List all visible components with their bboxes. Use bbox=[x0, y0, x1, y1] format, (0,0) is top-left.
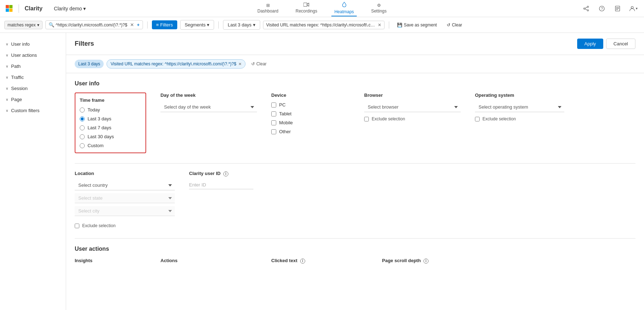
day-of-week-col: Day of the week Select day of the week M… bbox=[160, 92, 257, 153]
radio-last30days[interactable]: Last 30 days bbox=[80, 134, 141, 139]
svg-point-3 bbox=[587, 10, 589, 11]
last3days-chip[interactable]: Last 3 days bbox=[75, 60, 104, 68]
os-exclude-checkbox[interactable] bbox=[475, 117, 480, 121]
radio-today[interactable]: Today bbox=[80, 107, 141, 112]
insights-label: Insights bbox=[75, 258, 146, 263]
clarity-user-id-label: Clarity user ID i bbox=[189, 171, 296, 176]
os-select[interactable]: Select operating system Windows macOS iO… bbox=[475, 102, 564, 112]
clear-button[interactable]: ↺ Clear bbox=[443, 21, 466, 29]
device-other-label: Other bbox=[279, 129, 291, 134]
location-exclude[interactable]: Exclude selection bbox=[75, 223, 175, 228]
clarity-user-id-info-icon[interactable]: i bbox=[223, 171, 228, 176]
svg-point-2 bbox=[587, 6, 589, 8]
url-search-bar[interactable]: 🔍 ^https://clarity\.microsoft\.com/(\?.*… bbox=[45, 20, 143, 29]
radio-today-input[interactable] bbox=[80, 108, 85, 112]
page-scroll-depth-info-icon[interactable]: i bbox=[423, 259, 428, 264]
cancel-button[interactable]: Cancel bbox=[606, 39, 635, 49]
radio-last7days-input[interactable] bbox=[80, 125, 85, 130]
radio-custom[interactable]: Custom bbox=[80, 143, 141, 148]
radio-custom-label: Custom bbox=[88, 143, 104, 148]
clarity-user-id-input[interactable] bbox=[189, 181, 253, 189]
chevron-down-icon: ∨ bbox=[6, 109, 8, 112]
clicked-text-label: Clicked text i bbox=[271, 258, 368, 264]
regex-filter-tag[interactable]: matches regex ▾ bbox=[4, 21, 43, 29]
sidebar-item-user-actions[interactable]: ∨ User actions bbox=[0, 50, 66, 61]
apply-button[interactable]: Apply bbox=[577, 39, 603, 49]
segment-btn-label: Segments bbox=[185, 22, 206, 28]
page-scroll-depth-col: Page scroll depth i bbox=[382, 258, 471, 268]
help-icon[interactable]: ? bbox=[597, 4, 607, 14]
day-of-week-select[interactable]: Select day of the week Monday Tuesday We… bbox=[160, 102, 257, 112]
sidebar-item-traffic[interactable]: ∨ Traffic bbox=[0, 72, 66, 83]
browser-label: Browser bbox=[364, 92, 461, 98]
svg-line-4 bbox=[585, 7, 587, 8]
filters-panel: Filters Apply Cancel Last 3 days Visited… bbox=[66, 33, 644, 310]
chip-close-icon[interactable]: ✕ bbox=[238, 62, 242, 66]
project-selector[interactable]: Clarity demo ▾ bbox=[51, 4, 89, 13]
last3days-chevron-icon: ▾ bbox=[253, 22, 256, 28]
nav-item-settings[interactable]: ⚙ Settings bbox=[368, 1, 389, 16]
actions-col: Actions bbox=[160, 258, 257, 268]
city-select[interactable]: Select city bbox=[75, 206, 175, 216]
country-select-wrapper: Select country United States United King… bbox=[75, 180, 175, 190]
account-icon[interactable]: ▾ bbox=[628, 4, 638, 14]
svg-point-12 bbox=[631, 6, 633, 9]
segments-button[interactable]: Segments ▾ bbox=[180, 20, 214, 30]
radio-last3days-input[interactable] bbox=[80, 116, 85, 121]
device-other-checkbox[interactable] bbox=[271, 129, 276, 134]
city-select-wrapper: Select city bbox=[75, 206, 175, 216]
location-selects: Select country United States United King… bbox=[75, 180, 175, 228]
docs-icon[interactable] bbox=[613, 4, 623, 14]
clear-url-icon[interactable]: ✕ bbox=[130, 22, 134, 28]
clicked-text-col: Clicked text i bbox=[271, 258, 368, 268]
nav-item-heatmaps[interactable]: Heatmaps bbox=[332, 0, 357, 16]
nav-item-label: Settings bbox=[371, 9, 386, 14]
nav-item-recordings[interactable]: Recordings bbox=[293, 1, 320, 16]
chevron-down-icon: ∨ bbox=[6, 75, 8, 79]
radio-custom-input[interactable] bbox=[80, 143, 85, 148]
sidebar-item-path[interactable]: ∨ Path bbox=[0, 61, 66, 72]
sidebar-item-label: Custom filters bbox=[11, 108, 39, 113]
visited-url-chip[interactable]: Visited URL matches regex: ^https://clar… bbox=[106, 59, 246, 69]
device-tablet[interactable]: Tablet bbox=[271, 111, 350, 116]
device-mobile[interactable]: Mobile bbox=[271, 120, 350, 125]
add-filter-icon[interactable]: + bbox=[137, 22, 140, 28]
location-label: Location bbox=[75, 171, 175, 176]
sidebar-item-page[interactable]: ∨ Page bbox=[0, 94, 66, 105]
browser-exclude-checkbox[interactable] bbox=[364, 117, 369, 121]
os-exclude[interactable]: Exclude selection bbox=[475, 116, 564, 121]
sidebar-item-session[interactable]: ∨ Session bbox=[0, 83, 66, 94]
share-icon[interactable] bbox=[581, 4, 591, 14]
clear-all-button[interactable]: ↺ Clear bbox=[248, 60, 269, 68]
visited-url-tag[interactable]: Visited URL matches regex: ^https://clar… bbox=[263, 21, 385, 29]
nav-item-dashboard[interactable]: ⊞ Dashboard bbox=[254, 1, 281, 16]
chevron-down-icon: ∨ bbox=[6, 42, 8, 46]
last3days-button[interactable]: Last 3 days ▾ bbox=[223, 20, 260, 30]
user-actions-section-header: User actions bbox=[75, 239, 635, 258]
country-select[interactable]: Select country United States United King… bbox=[75, 180, 175, 190]
filters-button[interactable]: ≡ Filters bbox=[152, 20, 177, 29]
sidebar-item-custom-filters[interactable]: ∨ Custom filters bbox=[0, 105, 66, 116]
device-pc-checkbox[interactable] bbox=[271, 102, 276, 108]
device-pc-label: PC bbox=[279, 102, 286, 108]
visited-url-close-icon[interactable]: ✕ bbox=[378, 22, 381, 28]
filter-btn-label: Filters bbox=[160, 22, 173, 28]
device-tablet-checkbox[interactable] bbox=[271, 111, 276, 116]
browser-select[interactable]: Select browser Chrome Firefox Safari Edg… bbox=[364, 102, 461, 112]
nav-center-items: ⊞ Dashboard Recordings Heatmaps ⚙ Settin… bbox=[254, 0, 389, 16]
nav-item-label: Dashboard bbox=[257, 9, 278, 14]
save-segment-button[interactable]: 💾 Save as segment bbox=[393, 21, 441, 29]
clicked-text-info-icon[interactable]: i bbox=[300, 259, 305, 264]
device-col: Device PC Tablet Mobile bbox=[271, 92, 350, 153]
radio-last30days-input[interactable] bbox=[80, 134, 85, 139]
device-pc[interactable]: PC bbox=[271, 102, 350, 108]
radio-last7days[interactable]: Last 7 days bbox=[80, 125, 141, 130]
browser-exclude[interactable]: Exclude selection bbox=[364, 116, 461, 121]
sidebar-item-user-info[interactable]: ∨ User info bbox=[0, 39, 66, 50]
time-frame-col: Time frame Today Last 3 days bbox=[75, 92, 146, 153]
radio-last3days[interactable]: Last 3 days bbox=[80, 116, 141, 121]
state-select[interactable]: Select state bbox=[75, 193, 175, 203]
device-mobile-checkbox[interactable] bbox=[271, 120, 276, 125]
device-other[interactable]: Other bbox=[271, 129, 350, 134]
location-exclude-checkbox[interactable] bbox=[75, 224, 79, 228]
